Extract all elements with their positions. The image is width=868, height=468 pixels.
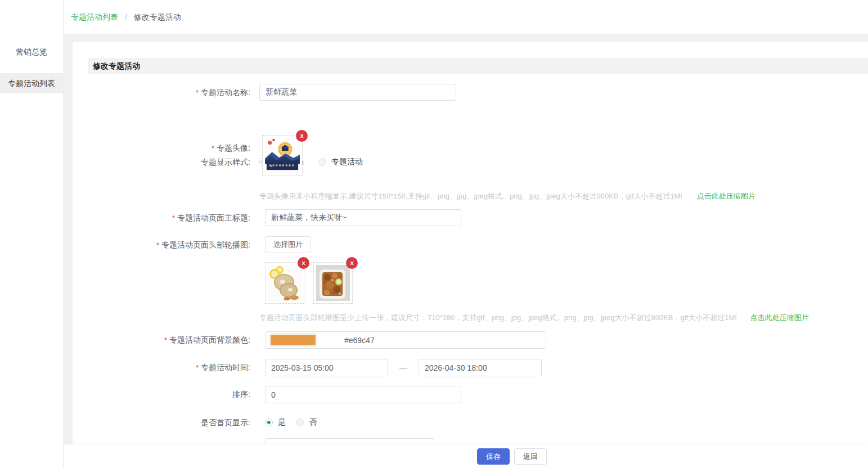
save-button[interactable]: 保存 [477,448,510,465]
compress-image-link[interactable]: 点击此处压缩图片 [750,313,809,323]
main-area: 修改专题活动 *专题活动名称: 专题显示样式: 品牌专场 专题活动 [64,34,868,468]
field-row-avatar: *专题头像: x [73,135,868,176]
footer-action-bar: 保存 返回 [64,444,868,468]
color-swatch [271,335,316,345]
delete-image-icon[interactable]: x [346,257,358,269]
carousel-label: 专题活动页面头部轮播图: [161,240,250,249]
carousel-hint-row: 专题活动页面头部轮播图至少上传一张，建议尺寸：710*280，支持gif、png… [73,313,868,323]
sort-label: 排序: [232,390,250,399]
breadcrumb: 专题活动列表 / 修改专题活动 [64,0,868,34]
required-mark: * [196,88,199,97]
topbar: 专题活动列表 / 修改专题活动 [64,0,868,34]
delete-avatar-icon[interactable]: x [296,130,308,142]
edit-topic-card: 修改专题活动 *专题活动名称: 专题显示样式: 品牌专场 专题活动 [73,42,868,468]
sort-input[interactable] [265,386,461,403]
bg-color-hex-value: #e69c47 [344,336,375,345]
compress-image-link[interactable]: 点击此处压缩图片 [697,191,755,201]
back-button[interactable]: 返回 [514,448,547,465]
time-label: 专题活动时间: [201,363,250,372]
field-row-carousel: *专题活动页面头部轮播图: 选择图片 [73,236,868,254]
required-mark: * [156,241,159,249]
breadcrumb-separator: / [125,12,127,21]
bg-color-label: 专题活动页面背景颜色: [169,335,250,344]
radio-unselected-icon [296,418,304,426]
end-time-input[interactable] [419,359,542,376]
home-show-label: 是否首页显示: [201,418,250,427]
field-row-name: *专题活动名称: [73,84,868,101]
field-row-bg-color: *专题活动页面背景颜色: #e69c47 [73,331,868,349]
avatar-image [265,138,300,173]
breadcrumb-link-topic-list[interactable]: 专题活动列表 [71,12,118,21]
start-time-input[interactable] [265,359,388,376]
required-mark: * [172,214,175,222]
carousel-images-row: x [73,262,868,304]
time-range-separator: — [388,359,419,376]
name-label: 专题活动名称: [201,88,250,97]
carousel-image-box-2[interactable]: x [313,262,353,304]
required-mark: * [196,363,199,372]
main-title-input[interactable] [265,209,461,226]
field-row-time: *专题活动时间: — [73,359,868,376]
breadcrumb-current: 修改专题活动 [134,12,181,21]
required-mark: * [212,144,214,152]
field-row-sort: 排序: [73,386,868,403]
topic-name-input[interactable] [259,84,456,101]
carousel-image-1 [268,265,302,301]
delete-image-icon[interactable]: x [298,257,309,269]
bg-color-field[interactable]: #e69c47 [265,331,546,349]
page-title: 修改专题活动 [88,58,868,74]
required-mark: * [164,336,167,344]
sidebar: 营销总览 专题活动列表 [0,0,64,468]
field-row-home-show: 是否首页显示: 是 否 [73,414,868,431]
carousel-hint: 专题活动页面头部轮播图至少上传一张，建议尺寸：710*280，支持gif、png… [259,313,737,322]
radio-home-show-yes[interactable]: 是 [265,417,286,428]
sidebar-item-marketing-overview[interactable]: 营销总览 [0,42,63,62]
carousel-image-box-1[interactable]: x [265,262,304,304]
field-row-main-title: *专题活动页面主标题: [73,209,868,227]
avatar-upload-box[interactable]: x [262,135,303,176]
avatar-hint-row: 专题头像用来小程序端显示,建议尺寸150*150,支持gif、png、jpg、j… [73,191,868,201]
sidebar-item-topic-activity-list[interactable]: 专题活动列表 [0,73,63,93]
avatar-label: 专题头像: [217,143,250,152]
radio-selected-icon [265,418,273,426]
choose-image-button[interactable]: 选择图片 [265,236,311,253]
avatar-hint: 专题头像用来小程序端显示,建议尺寸150*150,支持gif、png、jpg、j… [259,192,682,201]
radio-home-show-no[interactable]: 否 [296,417,317,428]
carousel-image-2 [316,265,350,301]
color-swatch-frame[interactable] [269,333,317,347]
main-title-label: 专题活动页面主标题: [177,213,250,222]
